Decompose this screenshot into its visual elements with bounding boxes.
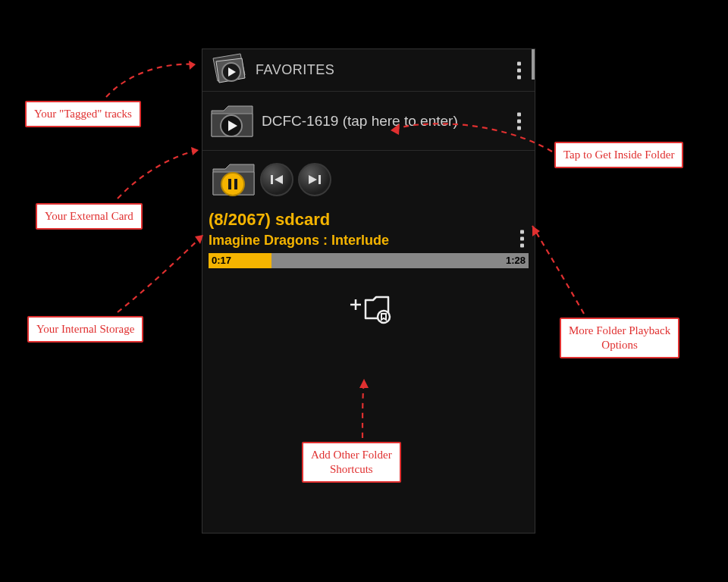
svg-marker-17 xyxy=(191,147,199,155)
favorites-row[interactable]: FAVORITES xyxy=(202,49,535,92)
callout-add-shortcuts: Add Other Folder Shortcuts xyxy=(302,442,401,483)
folder-label: DCFC-1619 (tap here to enter) xyxy=(262,113,458,130)
track-title-label: Imagine Dragons : Interlude xyxy=(209,233,529,249)
svg-point-15 xyxy=(378,311,390,323)
svg-marker-11 xyxy=(309,175,317,184)
callout-tap-inside: Tap to Get Inside Folder xyxy=(554,142,683,168)
folder-row[interactable]: DCFC-1619 (tap here to enter) xyxy=(202,92,535,151)
time-total: 1:28 xyxy=(506,255,526,266)
svg-marker-10 xyxy=(275,175,283,184)
callout-external-card: Your External Card xyxy=(36,203,143,230)
callout-more-options: More Folder Playback Options xyxy=(560,318,679,358)
callout-tagged-tracks: Your "Tagged" tracks xyxy=(25,101,141,127)
prev-track-button[interactable] xyxy=(260,163,293,196)
player-row: (8/2067) sdcard Imagine Dragons : Interl… xyxy=(202,151,535,326)
svg-marker-16 xyxy=(189,61,196,70)
progress-bar[interactable]: 0:17 1:28 xyxy=(209,253,529,268)
folder-more-button[interactable] xyxy=(511,106,527,136)
svg-rect-7 xyxy=(228,179,231,189)
favorites-more-button[interactable] xyxy=(511,55,527,85)
track-count-label: (8/2067) sdcard xyxy=(209,210,529,230)
time-elapsed: 0:17 xyxy=(212,255,231,266)
folder-pause-icon[interactable] xyxy=(210,158,259,201)
svg-point-6 xyxy=(221,173,244,196)
svg-rect-8 xyxy=(234,179,237,189)
tagged-tracks-icon xyxy=(209,52,249,89)
favorites-label: FAVORITES xyxy=(256,62,334,78)
next-track-button[interactable] xyxy=(298,163,331,196)
folder-play-icon xyxy=(209,100,257,142)
svg-rect-12 xyxy=(318,175,321,184)
callout-internal-storage: Your Internal Storage xyxy=(27,316,143,343)
add-folder-shortcut-button[interactable] xyxy=(209,289,529,326)
player-more-button[interactable] xyxy=(514,224,530,253)
svg-rect-9 xyxy=(271,175,273,184)
